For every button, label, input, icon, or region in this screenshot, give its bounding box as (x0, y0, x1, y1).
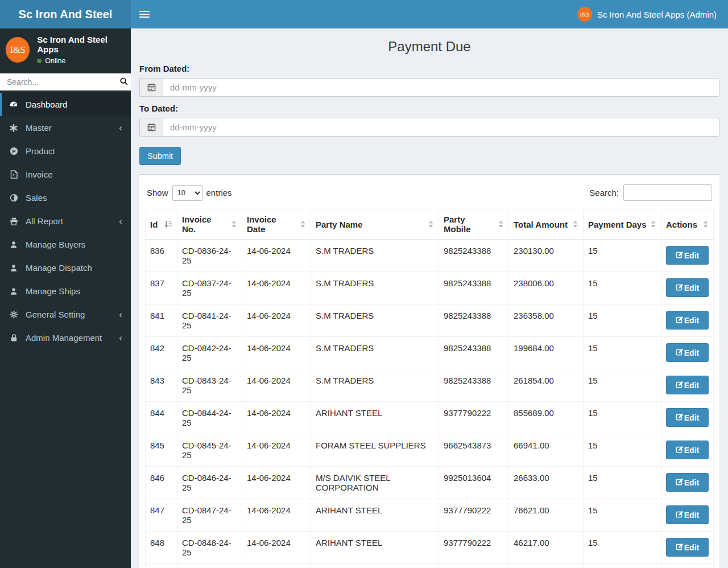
column-header-invoice-date[interactable]: Invoice Date (242, 209, 311, 240)
user-menu[interactable]: I&S Sc Iron And Steel Apps (Admin) (574, 7, 719, 22)
to-date-input[interactable] (163, 118, 719, 137)
edit-button-label: Edit (684, 283, 699, 293)
edit-button[interactable]: Edit (666, 441, 709, 459)
cell-total-amount: 76621.00 (509, 499, 584, 532)
sidebar-item-label: Sales (26, 193, 47, 203)
edit-icon (676, 445, 684, 455)
user-icon (9, 241, 19, 249)
table-row: 837CD-0837-24-2514-06-2024S.M TRADERS982… (146, 272, 714, 304)
edit-icon (676, 283, 684, 293)
hamburger-menu-icon[interactable] (139, 9, 150, 20)
column-header-payment-days[interactable]: Payment Days (584, 209, 661, 240)
column-header-invoice-no[interactable]: Invoice No. (177, 209, 242, 240)
column-header-party-mobile[interactable]: Party Mobile (439, 209, 509, 240)
cell-total-amount: 238006.00 (509, 272, 584, 304)
cell-id: 846 (146, 467, 177, 499)
from-date-input[interactable] (163, 78, 719, 97)
to-date-group (139, 118, 719, 137)
cell-invoice-no: CD-0844-24-25 (177, 402, 242, 434)
sidebar-search (0, 73, 131, 90)
sidebar-item-general-setting[interactable]: General Setting‹ (0, 303, 131, 326)
sidebar-item-sales[interactable]: Sales (0, 186, 131, 209)
column-label: Invoice No. (182, 215, 228, 234)
cell-invoice-date: 14-06-2024 (242, 402, 311, 434)
sidebar-item-manage-ships[interactable]: Manage Ships (0, 279, 131, 303)
cell-party-name: M/S DAIVIK STEEL CORPORATION (311, 467, 439, 499)
sidebar-item-manage-dispatch[interactable]: Manage Dispatch (0, 256, 131, 279)
cell-total-amount: 261854.00 (509, 369, 584, 402)
sidebar-item-dashboard[interactable]: Dashboard (0, 93, 131, 116)
page-size-select[interactable]: 10 (172, 185, 202, 201)
sidebar-item-all-report[interactable]: All Report‹ (0, 209, 131, 233)
column-label: Actions (666, 220, 697, 229)
chevron-left-icon: ‹ (119, 125, 122, 131)
sidebar-item-manage-buyers[interactable]: Manage Buyers (0, 233, 131, 256)
edit-icon (676, 510, 684, 520)
edit-icon (676, 250, 684, 260)
sidebar-item-admin-management[interactable]: Admin Management‹ (0, 326, 131, 349)
cell-id: 847 (146, 499, 177, 532)
online-status-icon (37, 59, 42, 63)
main-content: Payment Due From Dated: To Dated: Submit… (131, 28, 728, 568)
edit-button[interactable]: Edit (666, 278, 709, 297)
edit-button[interactable]: Edit (666, 473, 709, 492)
sidebar-item-product[interactable]: PProduct (0, 139, 131, 163)
cell-id: 845 (146, 434, 177, 467)
table-row: 842CD-0842-24-2514-06-2024S.M TRADERS982… (146, 337, 714, 369)
edit-icon (676, 315, 684, 325)
edit-icon (676, 413, 684, 422)
column-label: Id (150, 220, 158, 229)
from-date-group (139, 78, 719, 97)
brand-logo[interactable]: Sc Iron And Steel (0, 0, 131, 28)
cell-id: 843 (146, 369, 177, 402)
table-search-input[interactable] (623, 184, 712, 201)
edit-button[interactable]: Edit (666, 408, 709, 427)
cell-id: 842 (146, 337, 177, 369)
cell-actions: Edit (661, 240, 714, 272)
edit-icon (676, 380, 684, 390)
sidebar-item-master[interactable]: Master‹ (0, 116, 131, 139)
column-header-party-name[interactable]: Party Name (311, 209, 439, 240)
invoice-icon: ₹ (9, 170, 19, 179)
search-button[interactable] (117, 73, 131, 90)
cell-party-name: S.M TRADERS (311, 369, 439, 402)
cell-actions: Edit (661, 402, 714, 434)
cell-payment-days: 15 (584, 532, 661, 564)
table-row: 846CD-0846-24-2514-06-2024M/S DAIVIK STE… (146, 467, 714, 499)
cell-invoice-no: CD-0847-24-25 (177, 499, 242, 532)
table-row: 845CD-0845-24-2514-06-2024FORAM STEEL SU… (146, 434, 714, 467)
edit-button-label: Edit (684, 251, 699, 260)
cell-id: 841 (146, 304, 177, 337)
cell-total-amount: 199684.00 (509, 337, 584, 369)
page-title: Payment Due (139, 35, 719, 61)
column-header-total-amount[interactable]: Total Amount (509, 209, 584, 240)
search-input[interactable] (0, 73, 117, 90)
edit-button[interactable]: Edit (666, 538, 709, 557)
edit-button[interactable]: Edit (666, 343, 709, 362)
cell-invoice-no: CD-0848-24-25 (177, 532, 242, 564)
footer-column-invoice-date: Invoice Date (242, 564, 311, 568)
edit-button[interactable]: Edit (666, 505, 709, 524)
sidebar-item-label: Dashboard (26, 100, 67, 109)
entries-label: entries (206, 188, 232, 197)
dashboard-icon (9, 101, 19, 109)
cell-party-mobile: 9825243388 (439, 240, 509, 272)
submit-button[interactable]: Submit (139, 147, 181, 165)
sidebar-item-label: General Setting (26, 310, 85, 319)
table-row: 841CD-0841-24-2514-06-2024S.M TRADERS982… (146, 304, 714, 337)
edit-button[interactable]: Edit (666, 311, 709, 330)
cell-total-amount: 855689.00 (509, 402, 584, 434)
sidebar-menu: DashboardMaster‹PProduct₹InvoiceSalesAll… (0, 93, 131, 349)
lock-icon (9, 334, 19, 342)
cell-party-mobile: 9825243388 (439, 369, 509, 402)
sidebar-item-label: Invoice (26, 170, 53, 179)
cell-payment-days: 15 (584, 337, 661, 369)
chevron-left-icon: ‹ (119, 219, 122, 224)
sort-icon (428, 220, 434, 228)
column-header-actions[interactable]: Actions (661, 209, 714, 240)
sidebar-item-invoice[interactable]: ₹Invoice (0, 163, 131, 186)
edit-button[interactable]: Edit (666, 376, 709, 394)
edit-button[interactable]: Edit (666, 246, 709, 265)
chevron-left-icon: ‹ (119, 335, 122, 341)
column-header-id[interactable]: Id (146, 209, 177, 240)
